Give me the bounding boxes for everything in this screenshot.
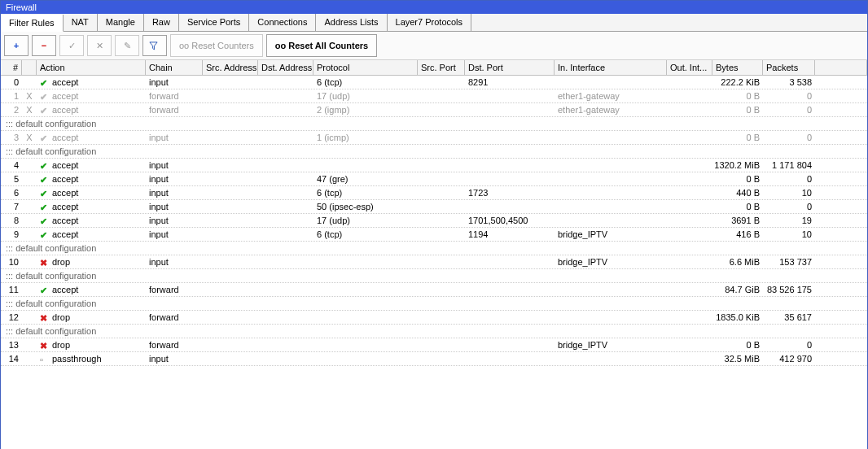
cell-inif [555, 76, 667, 89]
col-src[interactable]: Src. Address [203, 60, 258, 75]
accept-icon: ✔ [40, 286, 49, 294]
tab-address-lists[interactable]: Address Lists [316, 14, 387, 31]
table-row[interactable]: 1X✔acceptforward17 (udp)ether1-gateway0 … [1, 89, 867, 103]
cell-bytes: 222.2 KiB [712, 76, 763, 89]
cell-action: ✔accept [37, 172, 146, 185]
col-dst[interactable]: Dst. Address [258, 60, 313, 75]
rules-grid: 0✔acceptinput6 (tcp)8291222.2 KiB3 5381X… [1, 76, 867, 366]
action-label: accept [52, 160, 78, 170]
cell-packets: 19 [763, 214, 815, 227]
add-button[interactable]: + [4, 35, 28, 56]
table-row[interactable]: 10✖dropinputbridge_IPTV6.6 MiB153 737 [1, 255, 867, 269]
table-row[interactable]: 8✔acceptinput17 (udp)1701,500,45003691 B… [1, 214, 867, 228]
table-row[interactable]: 0✔acceptinput6 (tcp)8291222.2 KiB3 538 [1, 76, 867, 89]
cell-proto: 50 (ipsec-esp) [313, 200, 418, 213]
tab-raw[interactable]: Raw [144, 14, 179, 31]
cell-chain: input [146, 200, 203, 213]
comment-row[interactable]: ::: default configuration [1, 242, 867, 255]
col-packets[interactable]: Packets [763, 60, 815, 75]
col-action[interactable]: Action [37, 60, 146, 75]
col-srcport[interactable]: Src. Port [418, 60, 465, 75]
cell-extra [815, 255, 867, 268]
cell-num: 1 [1, 89, 22, 102]
col-chain[interactable]: Chain [146, 60, 203, 75]
cell-flag [22, 311, 37, 324]
cell-extra [815, 283, 867, 296]
cell-src [203, 89, 258, 102]
enable-button[interactable]: ✓ [59, 35, 84, 56]
cell-srcport [418, 159, 465, 172]
accept-icon: ✔ [40, 203, 49, 211]
cell-proto: 6 (tcp) [313, 186, 418, 199]
table-row[interactable]: 3X✔acceptinput1 (icmp)0 B0 [1, 131, 867, 145]
cell-flag [22, 214, 37, 227]
tab-connections[interactable]: Connections [249, 14, 316, 31]
cell-action: ✔accept [37, 214, 146, 227]
cell-chain: forward [146, 103, 203, 116]
cell-src [203, 186, 258, 199]
cell-num: 7 [1, 200, 22, 213]
comment-button[interactable]: ✎ [115, 35, 139, 56]
comment-row[interactable]: ::: default configuration [1, 297, 867, 311]
col-outif[interactable]: Out. Int... [667, 60, 712, 75]
tab-filter[interactable]: Filter Rules [1, 15, 64, 32]
filter-button[interactable] [142, 35, 167, 56]
reset-all-counters-button[interactable]: oo Reset All Counters [266, 34, 378, 57]
table-row[interactable]: 14▫passthroughinput32.5 MiB412 970 [1, 352, 867, 366]
cell-outif [667, 159, 712, 172]
col-proto[interactable]: Protocol [313, 60, 418, 75]
cell-outif [667, 103, 712, 116]
table-row[interactable]: 2X✔acceptforward2 (igmp)ether1-gateway0 … [1, 103, 867, 117]
window-titlebar[interactable]: Firewall [1, 1, 867, 14]
cell-bytes: 32.5 MiB [712, 352, 763, 365]
cell-bytes: 1835.0 KiB [712, 311, 763, 324]
cell-chain: input [146, 159, 203, 172]
cell-bytes: 0 B [712, 338, 763, 351]
reset-counters-button[interactable]: oo Reset Counters [170, 34, 263, 57]
table-row[interactable]: 11✔acceptforward84.7 GiB83 526 175 [1, 283, 867, 297]
cell-outif [667, 172, 712, 185]
cell-outif [667, 352, 712, 365]
cell-proto [313, 159, 418, 172]
col-extra[interactable] [815, 60, 867, 75]
comment-row[interactable]: ::: default configuration [1, 325, 867, 338]
cell-dstport [465, 103, 555, 116]
remove-button[interactable]: − [32, 35, 56, 56]
cell-extra [815, 131, 867, 144]
table-row[interactable]: 7✔acceptinput50 (ipsec-esp)0 B0 [1, 200, 867, 214]
table-row[interactable]: 5✔acceptinput47 (gre)0 B0 [1, 172, 867, 186]
tab-layer7[interactable]: Layer7 Protocols [388, 14, 472, 31]
tab-mangle[interactable]: Mangle [98, 14, 144, 31]
comment-row[interactable]: ::: default configuration [1, 145, 867, 159]
comment-row[interactable]: ::: default configuration [1, 117, 867, 131]
col-inif[interactable]: In. Interface [555, 60, 667, 75]
cell-flag [22, 186, 37, 199]
cell-dstport [465, 255, 555, 268]
passthrough-icon: ▫ [40, 355, 49, 364]
cell-dstport [465, 131, 555, 144]
cell-src [203, 283, 258, 296]
table-row[interactable]: 13✖dropforwardbridge_IPTV0 B0 [1, 338, 867, 352]
window-title: Firewall [6, 2, 37, 12]
col-num[interactable]: # [1, 60, 22, 75]
table-row[interactable]: 9✔acceptinput6 (tcp)1194bridge_IPTV416 B… [1, 228, 867, 242]
table-row[interactable]: 12✖dropforward1835.0 KiB35 617 [1, 311, 867, 325]
accept-icon: ✔ [40, 161, 49, 170]
cell-packets: 0 [763, 200, 815, 213]
tab-service-ports[interactable]: Service Ports [179, 14, 249, 31]
col-bytes[interactable]: Bytes [712, 60, 763, 75]
disable-button[interactable]: ✕ [87, 35, 112, 56]
accept-icon: ✔ [40, 106, 49, 115]
col-flag[interactable] [22, 60, 37, 75]
comment-row[interactable]: ::: default configuration [1, 269, 867, 283]
tab-nat[interactable]: NAT [64, 14, 98, 31]
action-label: drop [52, 340, 70, 350]
cell-packets: 0 [763, 338, 815, 351]
table-row[interactable]: 6✔acceptinput6 (tcp)1723440 B10 [1, 186, 867, 200]
cell-inif [555, 283, 667, 296]
cell-flag: X [22, 131, 37, 144]
table-row[interactable]: 4✔acceptinput1320.2 MiB1 171 804 [1, 159, 867, 172]
cell-inif [555, 172, 667, 185]
action-label: accept [52, 174, 78, 184]
col-dstport[interactable]: Dst. Port [465, 60, 555, 75]
